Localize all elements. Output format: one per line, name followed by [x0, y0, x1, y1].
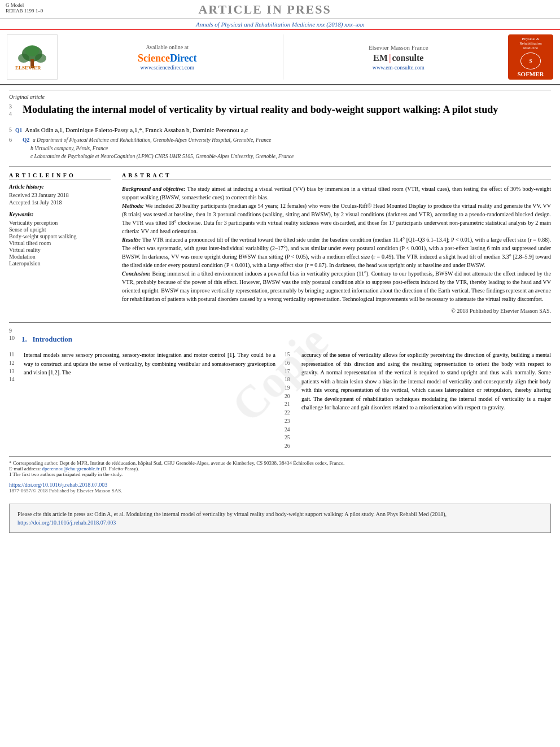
- line-5: 5: [9, 126, 12, 133]
- authors-text: Anaïs Odin a,1, Dominique Faletto-Passy …: [25, 126, 248, 133]
- line-24: 24: [285, 426, 297, 434]
- article-in-press-title: ARTICLE IN PRESS: [43, 2, 487, 17]
- sofmer-line2: Rehabilitation: [519, 41, 542, 46]
- keywords-title: Keywords:: [9, 211, 111, 217]
- article-title: Modulating the internal model of vertica…: [23, 103, 498, 116]
- elsevier-masson-text: Elsevier Masson France: [369, 44, 428, 51]
- top-header: G Model REHAB 1199 1–9 ARTICLE IN PRESS: [0, 0, 560, 19]
- em-url: www.em-consulte.com: [373, 64, 425, 71]
- abstract-col: A B S T R A C T Background and objective…: [122, 172, 551, 314]
- affiliation-1: a Department of Physical Medicine and Re…: [33, 137, 272, 143]
- sciencedirect-url: www.sciencedirect.com: [141, 64, 194, 71]
- line-17: 17: [285, 368, 297, 376]
- q2-badge: Q2: [23, 137, 29, 143]
- article-info-title: A R T I C L E I N F O: [9, 172, 111, 180]
- doi-url[interactable]: https://doi.org/10.1016/j.rehab.2018.07.…: [9, 482, 551, 488]
- methods-label: Methods:: [122, 203, 144, 209]
- available-online-text: Available online at: [146, 44, 189, 50]
- intro-left-text: Internal models serve sensory processing…: [24, 351, 275, 381]
- keyword-3: Body-weight support walking: [9, 233, 111, 239]
- direct-text: Direct: [170, 53, 197, 64]
- line-11: 11: [9, 351, 19, 359]
- footnotes: * Corresponding author. Dept de MPR, Ins…: [9, 456, 551, 477]
- blank-lines-9-10: 9: [9, 327, 551, 334]
- line-20: 20: [285, 392, 297, 401]
- authors-line: Q1 Anaïs Odin a,1, Dominique Faletto-Pas…: [15, 126, 248, 133]
- abstract-results-para: Results: The VTR induced a pronounced ti…: [122, 235, 551, 269]
- intro-right-para: 15 16 17 18 19 20 21 22 23 24 25 26 accu…: [285, 351, 551, 451]
- issn-copyright: 1877-0657/© 2018 Published by Elsevier M…: [9, 488, 551, 493]
- email-note: E-mail address: dperennou@chu-grenoble.f…: [9, 466, 551, 471]
- affiliation-3: c Laboratoire de Psychologie et NeuroCog…: [30, 154, 294, 159]
- affiliation-2: b Virtualis company, Pérols, France: [30, 146, 108, 151]
- article-history-label: Article history:: [9, 184, 111, 190]
- journal-title: Annals of Physical and Rehabilitation Me…: [196, 21, 364, 28]
- line-21: 21: [285, 400, 297, 409]
- science-text: Science: [138, 53, 170, 64]
- keyword-6: Modulation: [9, 254, 111, 260]
- sciencedirect-section: Available online at ScienceDirect www.sc…: [63, 34, 283, 80]
- keyword-2: Sense of upright: [9, 226, 111, 233]
- intro-number: 1.: [21, 335, 27, 343]
- background-label: Background and objective:: [122, 186, 186, 192]
- intro-right-col: 15 16 17 18 19 20 21 22 23 24 25 26 accu…: [285, 351, 551, 451]
- line-19: 19: [285, 384, 297, 392]
- main-content: Original article 3 4 Modulating the inte…: [0, 85, 560, 498]
- line-25: 25: [285, 434, 297, 442]
- intro-right-text: accuracy of the sense of verticality all…: [301, 351, 551, 447]
- authors-block: 5 Q1 Anaïs Odin a,1, Dominique Faletto-P…: [9, 126, 551, 133]
- line-3: 3: [9, 103, 19, 110]
- email-address: dperennou@chu-grenoble.fr: [42, 466, 99, 471]
- svg-text:ELSEVIER: ELSEVIER: [15, 65, 41, 71]
- line-14: 14: [9, 375, 19, 384]
- affiliations-block: 6 Q2 a Department of Physical Medicine a…: [9, 136, 551, 160]
- abstract-title: A B S T R A C T: [122, 172, 551, 180]
- keywords-section: Keywords: Verticality perception Sense o…: [9, 211, 111, 267]
- line-10-row: 10 1. Introduction: [9, 335, 551, 348]
- article-type-label: Original article: [9, 94, 45, 100]
- line-26: 26: [285, 442, 297, 451]
- title-block: 3 4 Modulating the internal model of ver…: [9, 103, 551, 122]
- sofmer-logo: Physical & Rehabilitation Medicine S SOF…: [508, 34, 553, 80]
- line-10: 10: [9, 335, 19, 348]
- section-divider: [9, 322, 551, 323]
- keyword-5: Virtual reality: [9, 247, 111, 253]
- doi-section: https://doi.org/10.1016/j.rehab.2018.07.…: [9, 482, 551, 493]
- methods-text: We included 20 healthy participants (med…: [122, 203, 551, 234]
- email-name-note: (D. Faletto-Passy).: [101, 466, 139, 471]
- line-9: 9: [9, 327, 19, 334]
- keyword-7: Lateropulsion: [9, 260, 111, 267]
- background-text: The study aimed at inducing a visual ver…: [122, 186, 551, 200]
- svg-point-5: [25, 45, 39, 56]
- citation-doi-url: https://doi.org/10.1016/j.rehab.2018.07.…: [18, 519, 116, 526]
- publisher-header: ELSEVIER Available online at ScienceDire…: [0, 30, 560, 85]
- intro-right-line-nums: 15 16 17 18 19 20 21 22 23 24 25 26: [285, 351, 297, 451]
- article-info-col: A R T I C L E I N F O Article history: R…: [9, 172, 111, 314]
- conclusion-text: Being immersed in a tilted environment i…: [122, 270, 551, 302]
- sciencedirect-brand: ScienceDirect: [138, 53, 197, 64]
- line-16: 16: [285, 359, 297, 368]
- intro-left-line-nums: 11 12 13 14: [9, 351, 19, 384]
- line-6: 6: [9, 137, 12, 143]
- received-date: Received 23 January 2018: [9, 192, 111, 198]
- elsevier-logo: ELSEVIER: [7, 34, 58, 80]
- line-18: 18: [285, 375, 297, 384]
- results-label: Results:: [122, 237, 141, 243]
- em-bar: |: [389, 53, 391, 63]
- line-12: 12: [9, 359, 19, 368]
- citation-box-wrapper: Please cite this article in press as: Od…: [0, 504, 560, 544]
- line-4: 4: [9, 111, 19, 117]
- conclusion-label: Conclusion:: [122, 270, 151, 277]
- keyword-1: Verticality perception: [9, 220, 111, 226]
- citation-box: Please cite this article in press as: Od…: [9, 504, 551, 533]
- title-line-numbers: 3 4: [9, 103, 19, 117]
- em-text: EM: [373, 53, 388, 63]
- line-13: 13: [9, 368, 19, 376]
- intro-heading: 1. Introduction: [21, 335, 72, 344]
- line-15: 15: [285, 351, 297, 359]
- line-22: 22: [285, 409, 297, 417]
- g-model-label: G Model REHAB 1199 1–9: [6, 2, 43, 14]
- journal-title-bar: Annals of Physical and Rehabilitation Me…: [0, 19, 560, 30]
- equal-contrib-note: 1 The first two authors participated equ…: [9, 471, 551, 477]
- sofmer-circle-brand: S: [520, 53, 541, 69]
